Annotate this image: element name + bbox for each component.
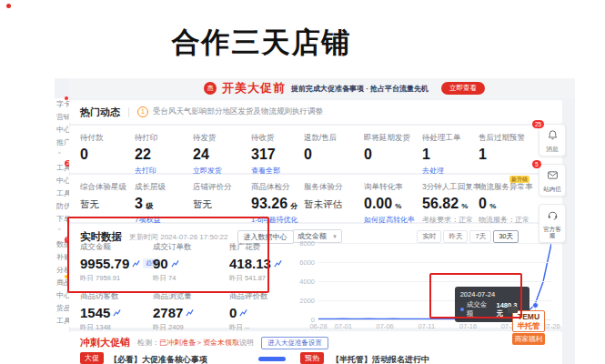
metric-label: 商品访客数 bbox=[80, 291, 153, 302]
notification-badge: 5 bbox=[532, 160, 541, 168]
temu-widget[interactable]: TEMU 半托管 商家福利 bbox=[512, 310, 545, 345]
order-stat-value: 24 bbox=[193, 147, 251, 163]
sidebar-item[interactable]: 中心 bbox=[55, 124, 69, 136]
service-icon bbox=[547, 208, 559, 225]
metric-label: 成交金额 bbox=[80, 242, 153, 253]
order-stat-column: 待处理工单1去处理 bbox=[422, 133, 479, 176]
metric-label: 商品浏览量 bbox=[153, 291, 229, 302]
page-title: 合作三天店铺 bbox=[0, 24, 523, 62]
score-stat-column: 商品体检分93.26 分1-6问题待优化 bbox=[251, 182, 304, 225]
range-button-昨天[interactable]: 昨天 bbox=[443, 230, 468, 243]
score-stat-label: 店铺评价分 bbox=[193, 182, 251, 193]
score-stat-label: 综合体验星级 bbox=[80, 182, 135, 193]
top-promo-banner: 惠 开美大促前 提前完成大促准备事项 · 抢占平台流量先机 立即查看 bbox=[69, 78, 575, 98]
stat-unit: % bbox=[459, 202, 468, 210]
sidebar-item[interactable]: 数据9 bbox=[55, 238, 69, 251]
sidebar-item[interactable]: 中心 bbox=[55, 175, 69, 187]
trend-chart-icon[interactable] bbox=[186, 308, 194, 317]
order-stat-label: 即将延期发货 bbox=[364, 133, 422, 144]
merchant-benefits-button[interactable]: 商家福利 bbox=[512, 333, 545, 345]
hot-news-card: 热门动态 1 受台风天气影响部分地区发货及物流规则执行调整 bbox=[69, 100, 562, 124]
order-stat-value: 317 bbox=[251, 147, 304, 163]
news-headline-link[interactable]: 受台风天气影响部分地区发货及物流规则执行调整 bbox=[153, 106, 323, 117]
data-point-dot bbox=[532, 302, 539, 308]
promo-banner-button[interactable]: 立即查看 bbox=[441, 82, 485, 95]
promotion-desc: 检测：已冲刺准备＞资金未领取说明 bbox=[137, 338, 254, 348]
x-axis-tick: 07-26 bbox=[542, 322, 560, 330]
promo-item-link[interactable]: 【必看】大促准备核心事项 bbox=[109, 354, 207, 364]
metric-label: 成交订单数 bbox=[153, 242, 229, 253]
enter-promotion-setup-button[interactable]: 进入大促准备设置 bbox=[261, 337, 328, 349]
trend-chart-icon[interactable] bbox=[274, 259, 282, 268]
metric-value: 0 bbox=[229, 305, 237, 320]
score-stat-column: 综合体验星级暂无 bbox=[80, 182, 135, 225]
toolbar-item-label: 官方客服 bbox=[543, 226, 561, 240]
score-stat-label: 3分钟人工回复率 bbox=[422, 182, 479, 193]
sidebar-item[interactable]: 工具 bbox=[55, 187, 69, 200]
promo-item-link[interactable]: 【半托管】活动报名进行中 bbox=[331, 354, 429, 364]
range-button-7天[interactable]: 7天 bbox=[469, 230, 491, 243]
notification-badge: 25 bbox=[532, 120, 544, 128]
chevron-down-icon: ▼ bbox=[332, 234, 338, 239]
tooltip-series: 成交金额 bbox=[467, 300, 494, 318]
score-stat-label: 商品体检分 bbox=[251, 182, 304, 193]
sidebar-item-label: ⌃ bbox=[56, 228, 63, 236]
order-stat-label: 退款/售后 bbox=[304, 133, 364, 144]
bell-icon bbox=[547, 128, 559, 145]
metric-value: 1545 bbox=[80, 305, 110, 320]
sidebar-item[interactable]: 工具 bbox=[55, 315, 69, 328]
metric-value: 2787 bbox=[153, 305, 183, 320]
toolbar-item-label: 站内信 bbox=[543, 186, 561, 193]
score-stats-card: 综合体验星级暂无成长层级3 级7项权益店铺评价分暂无商品体检分93.26 分1-… bbox=[69, 175, 562, 222]
order-stat-label: 待收货 bbox=[251, 133, 304, 144]
sidebar-item[interactable]: 中心 bbox=[55, 289, 69, 302]
notification-badge bbox=[65, 275, 68, 278]
metric-value-row: 90 bbox=[153, 256, 229, 271]
trend-chart-icon[interactable] bbox=[239, 308, 247, 317]
notification-badge bbox=[65, 96, 68, 100]
sidebar-item[interactable]: 商品 bbox=[55, 277, 69, 289]
score-stat-column: 服务体验分暂未评估 bbox=[304, 182, 364, 225]
order-stat-column: 待打印22去打印 bbox=[135, 133, 193, 176]
sidebar-item[interactable]: 推广 bbox=[55, 136, 69, 149]
order-stat-value: 22 bbox=[135, 147, 193, 163]
range-button-实时[interactable]: 实时 bbox=[417, 230, 441, 243]
stat-unit: % bbox=[393, 202, 401, 210]
realtime-updated-time: 更新时间 2024-07-26 17:50:22 bbox=[129, 232, 228, 242]
toolbar-item-官方客服[interactable]: 官方客服 bbox=[539, 204, 566, 244]
tooltip-date: 2024-07-24 bbox=[460, 290, 524, 298]
toolbar-item-消息[interactable]: 25消息 bbox=[539, 124, 566, 157]
realtime-metric: 商品浏览量2787昨日 2409 bbox=[153, 291, 229, 332]
x-axis-tick: 07-11 bbox=[418, 322, 436, 330]
trend-chart-icon[interactable] bbox=[132, 259, 140, 268]
metric-value-row: 2787 bbox=[153, 305, 229, 320]
toolbar-item-站内信[interactable]: 5站内信 bbox=[539, 164, 566, 197]
sidebar-item[interactable]: 防伪 bbox=[55, 200, 69, 213]
score-stat-label: 成长层级 bbox=[135, 182, 193, 193]
floating-toolbar: 25消息5站内信官方客服 bbox=[539, 124, 566, 250]
sidebar-item[interactable]: 补贴 bbox=[55, 251, 69, 264]
score-stat-column: 询单转化率0.00 %如何提高转化率 bbox=[364, 182, 422, 225]
sidebar-item[interactable]: 营销 bbox=[55, 111, 69, 124]
temu-corner-tag bbox=[508, 307, 518, 313]
news-index-badge: 1 bbox=[137, 106, 148, 117]
score-stat-value: 3 级 bbox=[135, 196, 193, 212]
sidebar-item[interactable]: 工具23 bbox=[55, 162, 69, 175]
order-stat-column: 待付款0 bbox=[80, 133, 135, 176]
sidebar-item[interactable]: 字卡 bbox=[55, 98, 69, 111]
stat-unit: % bbox=[488, 202, 496, 210]
range-button-30天[interactable]: 30天 bbox=[493, 230, 519, 243]
score-stat-column: 店铺评价分暂无 bbox=[193, 182, 251, 225]
sidebar-item[interactable]: 货品 bbox=[55, 302, 69, 315]
series-dot-icon bbox=[460, 308, 464, 311]
y-axis-tick: 8000 bbox=[291, 239, 315, 248]
score-stat-value: 56.82 % bbox=[422, 196, 479, 212]
gridline bbox=[318, 243, 551, 244]
sidebar-item[interactable]: 下单 bbox=[55, 213, 69, 226]
trend-chart-icon[interactable] bbox=[113, 308, 121, 317]
order-stat-value: 0 bbox=[304, 147, 364, 163]
y-axis-tick: 2000 bbox=[291, 297, 315, 305]
trend-chart-icon[interactable] bbox=[171, 259, 179, 268]
screenshot-canvas: 合作三天店铺 惠 开美大促前 提前完成大促准备事项 · 抢占平台流量先机 立即查… bbox=[0, 0, 605, 364]
realtime-data-card: 实时数据 更新时间 2024-07-26 17:50:22 进入数据中心 成交金… bbox=[69, 224, 562, 328]
